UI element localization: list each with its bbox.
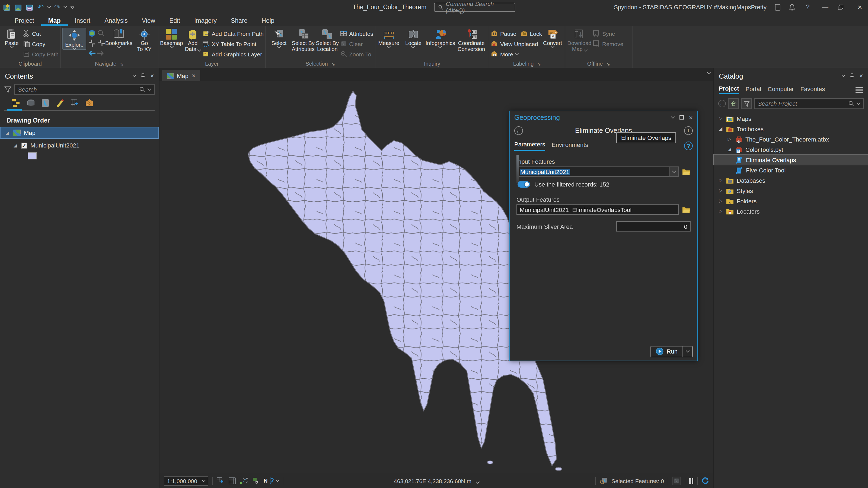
browse-output-folder-icon[interactable]: [682, 206, 691, 213]
measure-button[interactable]: Measure: [377, 28, 401, 48]
input-features-dropdown[interactable]: [670, 167, 678, 176]
catalog-menu-chevron[interactable]: [841, 73, 845, 77]
coordinate-conversion-button[interactable]: CoordinateConversion: [456, 28, 487, 52]
contents-close-icon[interactable]: ×: [150, 73, 154, 79]
list-by-data-source-icon[interactable]: [26, 99, 36, 107]
tab-parameters[interactable]: Parameters: [514, 141, 545, 151]
paste-button[interactable]: Paste: [2, 28, 22, 48]
tree-item-four-color-toolbox[interactable]: ▷ The_Four_Color_Theorem.atbx: [714, 134, 868, 144]
run-button[interactable]: Run: [650, 346, 693, 357]
navigate-launcher-icon[interactable]: ↘: [120, 61, 124, 66]
redo-icon[interactable]: ↷: [54, 3, 60, 11]
tab-insert[interactable]: Insert: [68, 16, 98, 26]
labeling-launcher-icon[interactable]: ↘: [537, 61, 541, 66]
north-arrow-icon[interactable]: N: [264, 477, 279, 484]
add-data-button[interactable]: AddData: [184, 28, 202, 52]
copy-path-button[interactable]: Copy Path: [23, 50, 59, 59]
bookmarks-button[interactable]: Bookmarks: [106, 28, 131, 48]
tree-item-colortools-pyt[interactable]: ◢ ColorTools.pyt: [714, 144, 868, 155]
lock-labeling-button[interactable]: Lock: [521, 29, 542, 38]
filter-funnel-icon[interactable]: [4, 86, 11, 93]
grid-icon[interactable]: [228, 477, 236, 484]
input-features-combobox[interactable]: MunicipalUnit2021: [517, 166, 679, 177]
notifications-bell-icon[interactable]: [789, 3, 795, 10]
add-data-from-path-button[interactable]: Add Data From Path: [203, 29, 264, 38]
command-search-input[interactable]: Command Search (Alt+Q): [434, 2, 516, 12]
close-window-button[interactable]: ×: [855, 3, 865, 11]
selection-launcher-icon[interactable]: ↘: [331, 61, 335, 66]
run-options-chevron[interactable]: [682, 346, 692, 357]
copy-button[interactable]: Copy: [23, 39, 59, 48]
tab-environments[interactable]: Environments: [552, 141, 588, 150]
catalog-search-input[interactable]: Search Project: [754, 98, 864, 109]
tab-edit[interactable]: Edit: [162, 16, 187, 26]
clear-selection-button[interactable]: Clear: [340, 39, 373, 48]
zoom-to-selection-button[interactable]: Zoom To: [340, 50, 373, 59]
pause-drawing-icon[interactable]: [689, 478, 693, 483]
coordinates-chevron[interactable]: [476, 480, 479, 483]
list-by-drawing-order-icon[interactable]: [11, 99, 21, 107]
geoprocessing-maximize-icon[interactable]: [679, 115, 684, 120]
full-extent-icon[interactable]: [88, 29, 96, 37]
catalog-pin-icon[interactable]: [849, 73, 855, 79]
north-arrow-chevron[interactable]: [276, 478, 279, 482]
explore-button[interactable]: Explore: [62, 28, 86, 50]
zoom-to-selection-icon[interactable]: [97, 29, 105, 37]
catalog-menu-icon[interactable]: [856, 87, 863, 93]
tab-project[interactable]: Project: [8, 16, 41, 26]
catalog-filter-icon[interactable]: [741, 98, 752, 109]
expand-triangle-icon[interactable]: ◢: [5, 130, 10, 135]
catalog-home-icon[interactable]: [728, 98, 739, 109]
coordinates-value[interactable]: 463,021.76E 4,238,236.60N m: [394, 478, 471, 484]
catalog-close-icon[interactable]: ×: [859, 73, 863, 79]
tree-item-folders[interactable]: ▷ Folders: [714, 196, 868, 206]
select-by-location-button[interactable]: Select ByLocation: [316, 28, 339, 52]
tree-item-locators[interactable]: ▷ Locators: [714, 206, 868, 216]
offline-launcher-icon[interactable]: ↘: [606, 61, 610, 66]
more-labeling-button[interactable]: More: [491, 50, 541, 59]
tree-item-toolboxes[interactable]: ◢ Toolboxes: [714, 124, 868, 134]
remove-button[interactable]: Remove: [593, 39, 623, 48]
edit-vertices-icon[interactable]: [240, 477, 248, 484]
tab-view[interactable]: View: [135, 16, 162, 26]
layer-symbol-swatch[interactable]: [28, 152, 37, 159]
tree-item-five-color-tool[interactable]: Five Color Tool: [714, 165, 868, 175]
add-data-dropdown-chevron[interactable]: [197, 48, 201, 52]
sync-button[interactable]: Sync: [593, 29, 623, 38]
layer-visibility-checkbox[interactable]: ✓: [21, 142, 27, 148]
tree-item-styles[interactable]: ▷ Styles: [714, 186, 868, 196]
expand-triangle-icon[interactable]: ◢: [13, 143, 18, 148]
go-to-xy-button[interactable]: GoTo XY: [132, 28, 156, 52]
view-unplaced-button[interactable]: View Unplaced: [491, 39, 541, 48]
infographics-button[interactable]: Infographics: [426, 28, 454, 48]
catalog-search-chevron[interactable]: [857, 101, 860, 105]
layer-tree-item[interactable]: ◢ ✓ MunicipalUnit2021: [0, 140, 159, 151]
list-by-editing-icon[interactable]: [55, 99, 65, 107]
contents-pin-icon[interactable]: [141, 73, 145, 79]
customize-qat-icon[interactable]: [71, 6, 74, 8]
fixed-zoom-out-icon[interactable]: [97, 39, 105, 47]
tab-share[interactable]: Share: [224, 16, 254, 26]
catalog-tab-computer[interactable]: Computer: [768, 86, 794, 94]
open-project-icon[interactable]: [14, 3, 22, 11]
feedback-icon[interactable]: [774, 3, 781, 10]
basemap-button[interactable]: Basemap: [160, 28, 183, 48]
more-labeling-chevron[interactable]: [515, 51, 519, 55]
tool-help-icon[interactable]: ?: [684, 141, 693, 150]
tab-help[interactable]: Help: [254, 16, 281, 26]
redo-dropdown-chevron[interactable]: [64, 4, 67, 8]
fixed-zoom-in-icon[interactable]: [88, 39, 96, 47]
catalog-back-icon[interactable]: ←: [718, 100, 726, 107]
max-sliver-area-input[interactable]: 0: [616, 221, 691, 231]
previous-extent-icon[interactable]: [87, 50, 96, 56]
add-graphics-layer-button[interactable]: Add Graphics Layer: [203, 50, 264, 59]
convert-labels-button[interactable]: A Convert: [542, 28, 563, 48]
filtered-records-toggle[interactable]: [518, 181, 530, 188]
minimize-button[interactable]: —: [820, 3, 830, 11]
map-view-tab[interactable]: Map ×: [162, 70, 200, 82]
cut-button[interactable]: Cut: [23, 29, 59, 38]
tree-item-maps[interactable]: ▷ Maps: [714, 113, 868, 124]
output-features-input[interactable]: MunicipalUnit2021_EliminateOverlapsTool: [517, 204, 679, 215]
new-project-icon[interactable]: [3, 3, 11, 11]
selected-features-count[interactable]: Selected Features: 0: [611, 478, 664, 484]
